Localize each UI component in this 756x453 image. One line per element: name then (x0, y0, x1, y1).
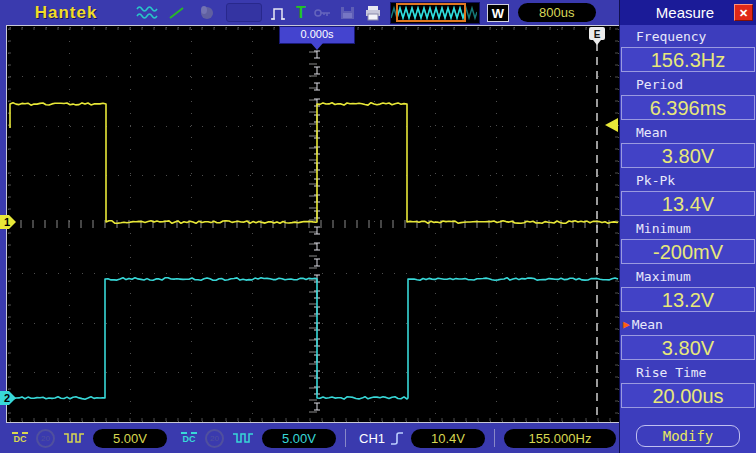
measure-item-label: Minimum (620, 217, 756, 239)
trigger-mode-indicator: T (296, 4, 306, 22)
brand-logo: Hantek (0, 3, 132, 23)
waveform-display: 12E (8, 27, 618, 421)
measure-item-value: 20.00us (621, 383, 755, 408)
trigger-source-label: CH1 (359, 431, 385, 446)
ch2-volts-div: 5.00V (262, 429, 336, 448)
window-mode-badge: W (487, 4, 509, 22)
measure-item-label: ▶Mean (620, 313, 756, 335)
measure-item-label: Maximum (620, 265, 756, 287)
ch1-bandwidth-icon: 20 (36, 429, 55, 448)
measure-item-label: Rise Time (620, 361, 756, 383)
oscilloscope-app: Hantek T (0, 0, 756, 453)
measure-item-value: -200mV (621, 239, 755, 264)
measure-item-value: 156.3Hz (621, 47, 755, 72)
ch2-coupling-icon: DC (181, 432, 197, 444)
frequency-counter-display: 155.000Hz (504, 429, 616, 448)
ch1-coupling-icon: DC (12, 432, 28, 444)
empty-toolbar-slot (226, 3, 262, 22)
cursor-line-icon[interactable] (165, 3, 189, 22)
ch2-squarewave-icon (232, 430, 254, 446)
scope-screen: 12E 0.000s (6, 25, 620, 423)
divider (345, 429, 346, 447)
ch1-squarewave-icon (63, 430, 85, 446)
timebase-display: 800us (518, 3, 596, 22)
measure-item-value: 6.396ms (621, 95, 755, 120)
rising-edge-icon (389, 429, 405, 447)
lock-key-icon[interactable] (313, 6, 333, 20)
topbar: Hantek T (0, 0, 620, 25)
panel-title: Measure (620, 4, 734, 21)
close-icon[interactable]: ✕ (734, 4, 753, 21)
measure-item-value: 3.80V (621, 335, 755, 360)
measure-item-label: Mean (620, 121, 756, 143)
measure-item-value: 13.4V (621, 191, 755, 216)
ch1-volts-div: 5.00V (93, 429, 167, 448)
measure-panel-header: Measure ✕ (620, 0, 756, 25)
measure-item-label: Period (620, 73, 756, 95)
svg-text:E: E (594, 29, 601, 40)
selection-arrow-icon: ▶ (623, 318, 630, 331)
svg-text:1: 1 (4, 216, 10, 228)
pulse-trigger-icon[interactable] (269, 4, 289, 22)
measure-item-value: 13.2V (621, 287, 755, 312)
save-disk-icon[interactable] (339, 5, 357, 21)
measure-items-list: Frequency156.3HzPeriod6.396msMean3.80VPk… (620, 25, 756, 408)
bottombar: DC 20 5.00V DC 20 5.00V CH1 10.4V 155.00… (0, 423, 620, 453)
measure-item-label: Pk-Pk (620, 169, 756, 191)
measure-panel: Measure ✕ Frequency156.3HzPeriod6.396msM… (619, 0, 756, 453)
record-window-indicator[interactable] (390, 2, 480, 24)
svg-text:2: 2 (4, 392, 10, 404)
trigger-level-display: 10.4V (411, 429, 485, 448)
ch2-bandwidth-icon: 20 (205, 429, 224, 448)
measure-item-value: 3.80V (621, 143, 755, 168)
channel-waves-icon[interactable] (135, 3, 159, 22)
modify-button[interactable]: Modify (636, 425, 740, 447)
print-icon[interactable] (363, 4, 383, 21)
measure-item-label: Frequency (620, 25, 756, 47)
hand-tool-icon[interactable] (195, 3, 219, 22)
divider (494, 429, 495, 447)
trigger-time-flag[interactable]: 0.000s (279, 26, 355, 44)
